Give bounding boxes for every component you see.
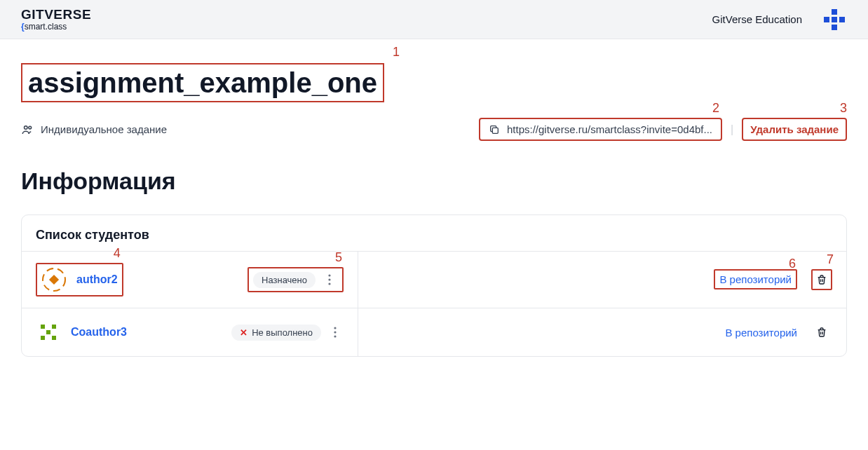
students-heading: Список студентов (22, 215, 846, 251)
svg-point-18 (334, 327, 336, 329)
kebab-icon (328, 274, 331, 285)
annotation-3: 3 (840, 101, 847, 116)
status-text: Не выполнено (252, 327, 313, 338)
student-row-left: Coauthor3 ✕ Не выполнено (22, 308, 358, 356)
trash-icon (816, 274, 827, 285)
x-icon: ✕ (240, 327, 247, 338)
divider: | (731, 123, 733, 136)
student-row-right: 6 В репозиторий 7 (358, 252, 846, 308)
status-text: Назначено (262, 275, 307, 285)
student-row-left: 4 author2 5 (22, 252, 358, 308)
identicon-icon (42, 268, 66, 292)
logo-sub-text: {smart.class (21, 22, 91, 31)
annotation-4: 4 (114, 246, 121, 261)
annotation-6: 6 (789, 257, 796, 271)
trash-icon (816, 327, 827, 338)
annotation-2: 2 (712, 101, 719, 116)
student-row: 4 author2 5 (22, 251, 846, 308)
kebab-icon (334, 327, 337, 338)
svg-point-10 (328, 274, 330, 276)
svg-rect-4 (832, 17, 837, 22)
status-badge: ✕ Не выполнено (231, 325, 321, 341)
student-avatar (36, 320, 61, 345)
svg-rect-2 (839, 17, 845, 22)
repo-link[interactable]: В репозиторий (714, 269, 797, 289)
topbar: GITVERSE {smart.class GitVerse Education (0, 0, 868, 39)
svg-point-5 (25, 125, 28, 129)
repo-link-wrapper: 6 В репозиторий (714, 273, 797, 286)
svg-rect-15 (46, 330, 50, 334)
student-name: author2 (76, 273, 118, 286)
info-heading: Информация (21, 168, 847, 195)
identicon-icon (36, 320, 60, 344)
svg-point-20 (334, 335, 336, 337)
svg-rect-16 (41, 336, 45, 340)
logo-main-text: GITVERSE (21, 8, 91, 21)
student-row: Coauthor3 ✕ Не выполнено В репозиторий (22, 308, 846, 356)
subtitle-actions: 2 https://gitverse.ru/smartclass?invite=… (479, 118, 847, 141)
title-block: 1 assignment_example_one (21, 63, 384, 102)
invite-wrapper: 2 https://gitverse.ru/smartclass?invite=… (479, 118, 722, 141)
assignment-title: assignment_example_one (21, 63, 384, 102)
invite-url-text: https://gitverse.ru/smartclass?invite=0d… (507, 123, 712, 135)
svg-point-19 (334, 331, 336, 333)
annotation-5: 5 (335, 250, 342, 265)
svg-point-11 (328, 278, 330, 280)
svg-rect-13 (41, 325, 45, 329)
svg-rect-1 (824, 17, 829, 22)
delete-assignment-button[interactable]: Удалить задание (742, 118, 847, 141)
invite-link-box[interactable]: https://gitverse.ru/smartclass?invite=0d… (479, 118, 722, 141)
student-name: Coauthor3 (71, 326, 127, 339)
svg-rect-3 (832, 25, 837, 30)
repo-link[interactable]: В репозиторий (725, 327, 797, 339)
assignment-type: Индивидуальное задание (21, 123, 167, 136)
users-icon (21, 123, 34, 136)
identicon-icon (822, 8, 846, 32)
status-group: ✕ Не выполнено (231, 324, 344, 341)
assignment-type-label: Индивидуальное задание (41, 123, 167, 135)
student-ident-wrapper: 4 author2 (36, 263, 123, 296)
annotation-1: 1 (393, 45, 400, 60)
remove-student-button[interactable] (811, 322, 832, 343)
delete-wrapper: 3 Удалить задание (742, 118, 847, 141)
user-avatar[interactable] (822, 7, 847, 32)
status-wrapper: 5 Назначено (247, 267, 344, 292)
annotation-7: 7 (827, 252, 834, 267)
svg-point-6 (29, 126, 32, 129)
copy-icon (489, 124, 500, 135)
svg-rect-7 (492, 128, 498, 133)
remove-student-button[interactable] (811, 269, 832, 290)
student-avatar (41, 267, 67, 292)
svg-rect-0 (832, 9, 837, 15)
svg-rect-14 (52, 325, 56, 329)
logo[interactable]: GITVERSE {smart.class (21, 8, 91, 31)
student-identity[interactable]: author2 (36, 263, 123, 296)
svg-point-12 (328, 282, 330, 285)
student-identity[interactable]: Coauthor3 (36, 320, 127, 345)
row-menu-button[interactable] (327, 324, 344, 341)
svg-rect-17 (52, 336, 56, 340)
education-link[interactable]: GitVerse Education (712, 13, 802, 25)
students-card: Список студентов 4 author2 (21, 214, 847, 357)
svg-rect-9 (49, 275, 59, 285)
status-group: Назначено (247, 267, 344, 292)
page-content: 1 assignment_example_one Индивидуальное … (0, 39, 868, 357)
status-badge: Назначено (253, 272, 316, 288)
row-menu-button[interactable] (321, 271, 338, 288)
topbar-right: GitVerse Education (712, 7, 847, 32)
student-row-right: В репозиторий (358, 308, 846, 356)
subtitle-row: Индивидуальное задание 2 https://gitvers… (21, 118, 847, 141)
trash-wrapper: 7 (811, 269, 832, 290)
